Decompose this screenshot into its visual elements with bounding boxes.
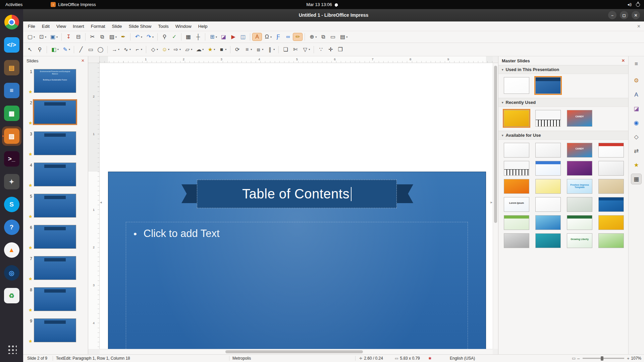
- slide-thumbnail-2[interactable]: [34, 100, 76, 124]
- rectangle-button[interactable]: ▭: [86, 46, 95, 53]
- arrange-button[interactable]: ⧈▾: [254, 46, 265, 53]
- menu-view[interactable]: View: [53, 22, 69, 31]
- navigator-button[interactable]: ◉: [631, 118, 641, 128]
- slide-thumbnail-6[interactable]: [34, 225, 76, 249]
- current-slide[interactable]: Table of Contents • Click to add Text: [108, 172, 486, 349]
- show-applications-icon[interactable]: [2, 339, 21, 359]
- lines-arrows-button[interactable]: →▾: [110, 46, 121, 53]
- zoom-out-button[interactable]: –: [577, 356, 580, 361]
- basic-shapes-button[interactable]: ◇▾: [149, 46, 159, 53]
- snap-guides-button[interactable]: ┼: [194, 33, 203, 41]
- insert-table-button[interactable]: ⊞▾: [208, 33, 218, 41]
- master-slide-candy[interactable]: CANDY: [567, 110, 592, 127]
- language-selector[interactable]: English (USA): [450, 356, 475, 361]
- insert-text-box-button[interactable]: A: [253, 33, 262, 41]
- zoom-percent[interactable]: 107%: [631, 356, 641, 361]
- align-objects-button[interactable]: ≡▾: [243, 46, 253, 53]
- slide-counter[interactable]: Slide 2 of 9: [27, 356, 47, 361]
- clock[interactable]: Mar 13 13:06: [306, 2, 332, 7]
- clone-formatting-button[interactable]: ✒: [119, 33, 128, 41]
- master-slide-white-outline[interactable]: [535, 143, 561, 158]
- glue-points-button[interactable]: ✛: [326, 46, 335, 53]
- zoom-slider-thumb[interactable]: [601, 356, 603, 361]
- vertical-scrollbar-thumb[interactable]: [494, 66, 497, 223]
- rotate-button[interactable]: ⟳: [233, 46, 242, 53]
- master-slide-blue-gradient[interactable]: [535, 215, 561, 230]
- connectors-button[interactable]: ⌐▾: [133, 46, 144, 53]
- select-button[interactable]: ↖: [25, 46, 35, 53]
- titlebar[interactable]: Untitled 1 - LibreOffice Impress – ◻ ✕: [23, 9, 644, 21]
- volume-icon[interactable]: ◄)): [627, 3, 631, 6]
- master-slide-piano[interactable]: [535, 110, 561, 127]
- sidebar-settings-button[interactable]: ≡: [631, 59, 641, 69]
- slide-title-textbox[interactable]: Table of Contents: [197, 180, 397, 208]
- master-slide-candy[interactable]: CANDY: [567, 143, 592, 158]
- master-slide-piano[interactable]: [504, 161, 529, 176]
- menu-file[interactable]: File: [24, 22, 39, 31]
- master-slide-green-white[interactable]: [504, 215, 529, 230]
- line-color-button[interactable]: ✎▾: [61, 46, 71, 53]
- minimize-button[interactable]: –: [608, 11, 616, 19]
- block-arrows-button[interactable]: ⇨▾: [171, 46, 182, 53]
- menu-edit[interactable]: Edit: [39, 22, 53, 31]
- master-slide-white-red-stripe[interactable]: [598, 143, 624, 158]
- master-slides-button[interactable]: ▦: [631, 174, 641, 184]
- styles-button[interactable]: A: [631, 89, 641, 100]
- hyperlink-button[interactable]: ∞: [283, 33, 292, 41]
- cut-button[interactable]: ✂: [88, 33, 97, 41]
- master-slide-yellow-idea[interactable]: [504, 110, 529, 127]
- master-slide-purple-gradient[interactable]: [567, 161, 592, 176]
- shapes-button[interactable]: ◇: [631, 132, 641, 142]
- menu-slide-show[interactable]: Slide Show: [125, 22, 155, 31]
- undo-button[interactable]: ↶▾: [133, 33, 144, 41]
- vscode-icon[interactable]: </>: [2, 35, 21, 55]
- archive-manager-icon[interactable]: ▤: [2, 58, 21, 77]
- vlc-icon[interactable]: ▲: [2, 240, 21, 260]
- blue-swirl-app-icon[interactable]: ◎: [2, 263, 21, 283]
- libreoffice-writer-icon[interactable]: ≡: [2, 81, 21, 100]
- menu-help[interactable]: Help: [195, 22, 211, 31]
- image-filter-button[interactable]: ▽▾: [301, 46, 311, 53]
- master-panel-close-icon[interactable]: ✕: [622, 58, 625, 63]
- expand-slide-button[interactable]: ▭: [328, 33, 337, 41]
- redo-button[interactable]: ↷▾: [144, 33, 155, 41]
- section-recently-used[interactable]: ▾ Recently Used: [498, 98, 628, 107]
- curves-polygons-button[interactable]: ∿▾: [121, 46, 132, 53]
- copy-button[interactable]: ⧉: [98, 33, 107, 41]
- open-button[interactable]: ⊡▾: [37, 33, 48, 41]
- slides-panel-close-icon[interactable]: ✕: [81, 58, 85, 63]
- document-modified-icon[interactable]: ✱: [428, 356, 431, 361]
- crop-image-button[interactable]: ✄: [291, 46, 300, 53]
- slide-canvas[interactable]: ◂ ▸ Table of Contents • Click to add Tex…: [100, 63, 493, 349]
- 3d-objects-button[interactable]: ■▾: [217, 46, 228, 53]
- save-button[interactable]: ▣▾: [48, 33, 59, 41]
- close-document-icon[interactable]: ✕: [637, 24, 641, 29]
- insert-media-button[interactable]: ▶: [229, 33, 238, 41]
- master-slide-yellow-idea[interactable]: [598, 215, 624, 230]
- libreoffice-impress-icon[interactable]: ▨: [2, 126, 21, 146]
- slide-thumbnail-9[interactable]: [34, 318, 76, 342]
- chrome-icon[interactable]: [2, 12, 21, 32]
- horizontal-scrollbar[interactable]: [100, 349, 493, 354]
- duplicate-slide-button[interactable]: ⧉: [319, 33, 328, 41]
- section-available-for-use[interactable]: ▾ Available for Use: [498, 131, 628, 140]
- print-button[interactable]: ⊟: [74, 33, 83, 41]
- master-slide-white-title[interactable]: [504, 143, 529, 158]
- shadow-button[interactable]: ❏: [281, 46, 290, 53]
- show-draw-functions-button[interactable]: ✏: [293, 33, 302, 41]
- fill-color-button[interactable]: ◧▾: [49, 46, 60, 53]
- menu-slide[interactable]: Slide: [109, 22, 125, 31]
- activities-button[interactable]: Activities: [5, 2, 22, 7]
- close-button[interactable]: ✕: [632, 11, 640, 19]
- gimp-icon[interactable]: ✦: [2, 172, 21, 191]
- callout-shapes-button[interactable]: ☁▾: [194, 46, 205, 53]
- master-slide-freshes-blue[interactable]: Freshes Impress Template: [567, 179, 592, 194]
- edit-points-button[interactable]: ∵: [316, 46, 325, 53]
- slide-transition-button[interactable]: ⇄: [631, 146, 641, 156]
- toggle-extrusion-button[interactable]: ❒: [336, 46, 345, 53]
- distribute-button[interactable]: ∥▾: [265, 46, 276, 53]
- slide-thumbnail-7[interactable]: [34, 256, 76, 280]
- find-replace-button[interactable]: ⚲: [160, 33, 169, 41]
- animation-button[interactable]: ★: [631, 160, 641, 170]
- star-shapes-button[interactable]: ★▾: [206, 46, 216, 53]
